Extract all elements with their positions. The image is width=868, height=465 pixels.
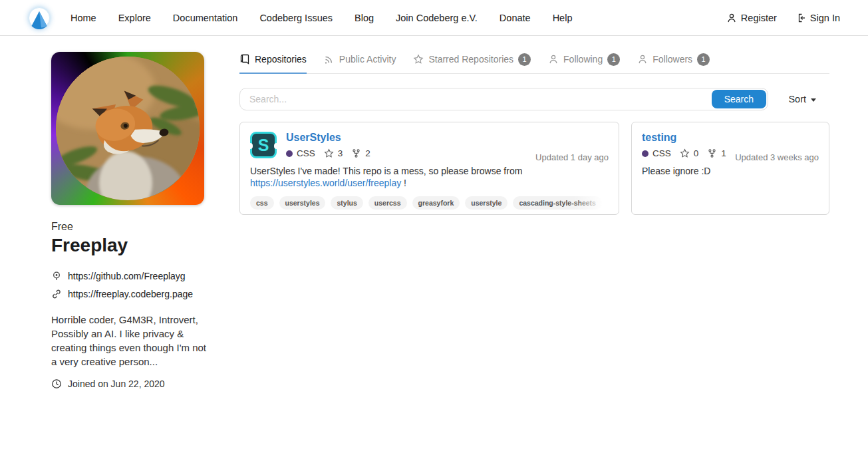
person-icon xyxy=(726,13,737,23)
link-icon xyxy=(51,289,62,299)
nav-blog[interactable]: Blog xyxy=(355,13,374,23)
repo-search-input[interactable] xyxy=(240,88,710,110)
tab-following[interactable]: Following 1 xyxy=(548,52,620,73)
profile-bio: Horrible coder, G4M3R, Introvert, Possib… xyxy=(51,313,208,369)
star-icon xyxy=(324,148,334,158)
fork-count: 1 xyxy=(721,148,726,158)
repo-search-row: Search Sort xyxy=(239,88,829,110)
profile-main: Repositories Public Activity Starred Rep… xyxy=(239,52,829,215)
repo-card-testing: testing CSS 0 1 Updated 3 weeks ago Plea… xyxy=(631,122,829,215)
tab-starred-label: Starred Repositories xyxy=(428,54,513,65)
topic-tag[interactable]: userstyle xyxy=(465,196,507,210)
auth-links: Register Sign In xyxy=(726,13,840,23)
clock-icon xyxy=(51,379,62,389)
repo-description-text: Please ignore :D xyxy=(642,166,711,176)
topic-tag[interactable]: cascading-style-sheets xyxy=(513,196,602,210)
top-navbar: Home Explore Documentation Codeberg Issu… xyxy=(0,0,868,36)
starred-count-badge: 1 xyxy=(518,53,531,66)
profile-location-row: https://github.com/Freeplayg xyxy=(51,271,208,281)
repo-description-suffix: ! xyxy=(404,178,406,188)
codeberg-logo-icon[interactable] xyxy=(28,7,51,29)
register-button[interactable]: Register xyxy=(726,13,777,23)
star-count: 0 xyxy=(694,148,699,158)
repo-icon xyxy=(239,54,250,65)
repo-search-group: Search xyxy=(239,88,768,110)
topic-tag[interactable]: greasyfork xyxy=(412,196,460,210)
git-fork-icon xyxy=(707,148,717,158)
profile-website-link[interactable]: https://freeplay.codeberg.page xyxy=(68,289,193,299)
topic-tag[interactable]: userstyles xyxy=(279,196,326,210)
star-icon xyxy=(680,148,690,158)
tab-following-label: Following xyxy=(563,54,603,65)
topic-tag[interactable]: stylus xyxy=(331,196,362,210)
repo-link-userstyles[interactable]: UserStyles xyxy=(286,132,341,144)
tab-followers-label: Followers xyxy=(652,54,692,65)
sign-in-button[interactable]: Sign In xyxy=(796,13,840,23)
git-fork-icon xyxy=(351,148,361,158)
profile-avatar[interactable] xyxy=(51,52,204,205)
repo-description: UserStyles I've made! This repo is a mes… xyxy=(250,165,609,189)
fox-photo xyxy=(56,57,200,200)
repo-topics: css userstyles stylus usercss greasyfork… xyxy=(250,196,609,210)
tab-repositories-label: Repositories xyxy=(255,54,307,65)
tab-public-activity[interactable]: Public Activity xyxy=(324,52,396,73)
repo-updated-time: Updated 3 weeks ago xyxy=(735,152,819,162)
profile-tabs: Repositories Public Activity Starred Rep… xyxy=(239,52,829,74)
sign-in-icon xyxy=(796,13,806,23)
nav-documentation[interactable]: Documentation xyxy=(173,13,238,23)
stylus-logo-letter: S xyxy=(258,136,269,155)
nav-explore[interactable]: Explore xyxy=(118,13,151,23)
star-icon xyxy=(413,54,424,65)
tab-public-activity-label: Public Activity xyxy=(339,54,396,65)
profile-joined-row: Joined on Jun 22, 2020 xyxy=(51,379,208,389)
profile-joined-text: Joined on Jun 22, 2020 xyxy=(68,379,165,389)
star-count: 3 xyxy=(338,148,343,158)
nav-help[interactable]: Help xyxy=(553,13,573,23)
nav-home[interactable]: Home xyxy=(71,13,96,23)
repo-description-link[interactable]: https://userstyles.world/user/freeplay xyxy=(250,178,401,188)
tab-followers[interactable]: Followers 1 xyxy=(637,52,710,73)
register-label: Register xyxy=(741,13,777,23)
tab-starred-repositories[interactable]: Starred Repositories 1 xyxy=(413,52,531,73)
fork-count: 2 xyxy=(365,148,370,158)
language-dot-css xyxy=(286,150,293,157)
chevron-down-icon xyxy=(811,98,816,102)
nav-codeberg-issues[interactable]: Codeberg Issues xyxy=(259,13,333,23)
profile-display-name: Free xyxy=(51,221,208,233)
repo-link-testing[interactable]: testing xyxy=(642,132,676,144)
language-dot-css xyxy=(642,150,649,157)
repo-description: Please ignore :D xyxy=(642,165,819,177)
profile-location-text[interactable]: https://github.com/Freeplayg xyxy=(68,271,186,281)
repo-avatar-stylus[interactable]: S xyxy=(250,132,277,158)
repo-description-text: UserStyles I've made! This repo is a mes… xyxy=(250,166,522,176)
repo-updated-time: Updated 1 day ago xyxy=(535,152,609,162)
sign-in-label: Sign In xyxy=(810,13,840,23)
repo-list: S UserStyles CSS 3 xyxy=(239,122,829,215)
repo-stats: CSS 3 2 xyxy=(286,148,375,158)
sort-dropdown[interactable]: Sort xyxy=(788,94,816,104)
sort-label: Sort xyxy=(788,94,806,104)
language-label: CSS xyxy=(297,148,315,158)
repo-card-userstyles: S UserStyles CSS 3 xyxy=(239,122,619,215)
following-count-badge: 1 xyxy=(607,53,620,66)
search-button[interactable]: Search xyxy=(712,90,766,108)
profile-username: Freeplay xyxy=(51,235,208,256)
profile-avatar-photo xyxy=(56,57,200,200)
tab-repositories[interactable]: Repositories xyxy=(239,52,307,74)
profile-sidebar: Free Freeplay https://github.com/Freepla… xyxy=(51,52,208,389)
topic-tag[interactable]: css xyxy=(250,196,274,210)
followers-count-badge: 1 xyxy=(697,53,710,66)
main-nav: Home Explore Documentation Codeberg Issu… xyxy=(71,13,572,23)
topic-tag[interactable]: usercss xyxy=(368,196,407,210)
profile-website-row: https://freeplay.codeberg.page xyxy=(51,289,208,299)
person-icon xyxy=(548,54,559,65)
language-label: CSS xyxy=(652,148,671,158)
nav-donate[interactable]: Donate xyxy=(500,13,531,23)
person-icon xyxy=(637,54,648,65)
location-pin-icon xyxy=(51,271,62,281)
nav-join-codeberg[interactable]: Join Codeberg e.V. xyxy=(396,13,478,23)
rss-icon xyxy=(324,54,335,65)
